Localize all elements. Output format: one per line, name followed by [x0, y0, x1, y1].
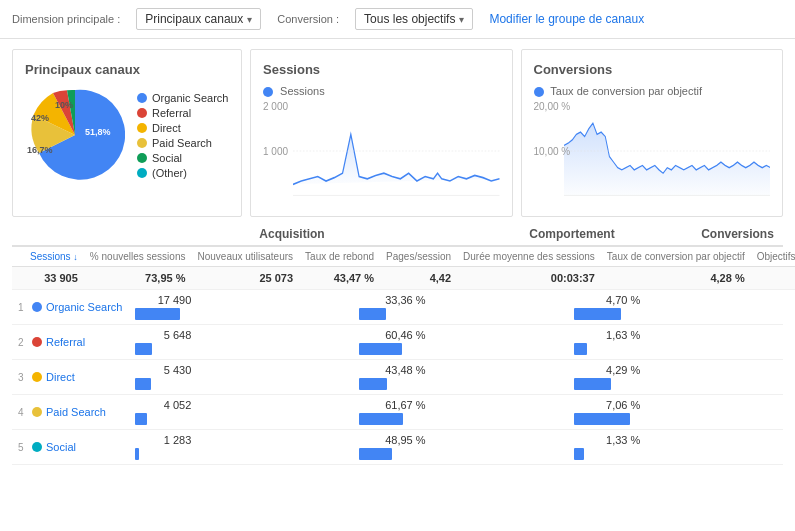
- sessions-bar: [135, 378, 151, 390]
- total-label: [12, 267, 24, 290]
- sessions-cell: 5 648: [129, 329, 197, 355]
- legend-item: Referral: [137, 107, 228, 119]
- sort-arrow-icon: ↓: [73, 252, 78, 262]
- channel-link[interactable]: Referral: [46, 336, 85, 348]
- modify-channel-group-link[interactable]: Modifier le groupe de canaux: [489, 12, 644, 26]
- top-bar: Dimension principale : Principaux canaux…: [0, 0, 795, 39]
- sessions-cell: 17 490: [129, 294, 197, 320]
- y-mid-label: 1 000: [263, 146, 288, 157]
- legend-dot-referral: [137, 108, 147, 118]
- th-rebond[interactable]: Taux de rebond: [299, 247, 380, 267]
- conversions-chart-title: Conversions: [534, 62, 771, 77]
- channel-color-dot: [32, 372, 42, 382]
- rebond-bar: [359, 378, 387, 390]
- chevron-down-icon: ▾: [247, 14, 252, 25]
- legend-item: Organic Search: [137, 92, 228, 104]
- th-sessions[interactable]: Sessions ↓: [24, 247, 84, 267]
- legend-dot-paid-search: [137, 138, 147, 148]
- th-channel[interactable]: [12, 247, 24, 267]
- conversions-chart-box: Conversions Taux de conversion par objec…: [521, 49, 784, 217]
- conversions-legend-dot: [534, 87, 544, 97]
- pie-chart-box: Principaux canaux 42% 10% 16,7%: [12, 49, 242, 217]
- sessions-cell: 1 283: [129, 434, 197, 460]
- conv-bar: [574, 308, 620, 320]
- channel-link[interactable]: Paid Search: [46, 406, 106, 418]
- rebond-bar: [359, 413, 403, 425]
- channel-name-cell: 5 Social: [12, 441, 129, 453]
- data-rows-container: 1 Organic Search 17 490 33,36 % 4,70 % 2…: [12, 290, 783, 465]
- conv-bar: [574, 413, 630, 425]
- conv-bar: [574, 343, 587, 355]
- chevron-down-icon: ▾: [459, 14, 464, 25]
- sessions-bar: [135, 448, 140, 460]
- rebond-cell: 48,95 %: [353, 434, 431, 460]
- legend-item: (Other): [137, 167, 228, 179]
- th-objectives[interactable]: Objectifs réalisés: [751, 247, 795, 267]
- channel-color-dot: [32, 407, 42, 417]
- channel-name-cell: 4 Paid Search: [12, 406, 129, 418]
- channel-name-cell: 1 Organic Search: [12, 301, 129, 313]
- conversion-label: Conversion :: [277, 13, 339, 25]
- conversion-dropdown[interactable]: Tous les objectifs ▾: [355, 8, 473, 30]
- pie-chart: 42% 10% 16,7% 51,8%: [25, 85, 125, 185]
- channel-name-cell: 3 Direct: [12, 371, 129, 383]
- conv-rate-cell: 7,06 %: [568, 399, 646, 425]
- total-conv-rate: 4,28 %: [601, 267, 751, 290]
- sessions-cell: 4 052: [129, 399, 197, 425]
- total-pct-new: 73,95 %: [84, 267, 192, 290]
- conversions-chart-container: 20,00 % 10,00 %: [534, 101, 771, 204]
- sessions-svg: [293, 101, 500, 201]
- sessions-legend: Sessions: [263, 85, 500, 97]
- rebond-bar: [359, 308, 385, 320]
- sessions-chart-box: Sessions Sessions 2 000 1 000: [250, 49, 513, 217]
- channel-link[interactable]: Direct: [46, 371, 75, 383]
- conv-rate-cell: 4,29 %: [568, 364, 646, 390]
- conversions-legend: Taux de conversion par objectif: [534, 85, 771, 97]
- table-row: 4 Paid Search 4 052 61,67 % 7,06 %: [12, 395, 783, 430]
- channel-name-cell: 2 Referral: [12, 336, 129, 348]
- sessions-chart-container: 2 000 1 000: [263, 101, 500, 204]
- data-table: Sessions ↓ % nouvelles sessions Nouveaux…: [12, 247, 795, 290]
- conv-y-max-label: 20,00 %: [534, 101, 571, 112]
- data-table-section: Acquisition Comportement Conversions Ses…: [0, 227, 795, 477]
- conv-bar: [574, 448, 584, 460]
- pie-legend: Organic Search Referral Direct Paid Sear…: [137, 92, 228, 179]
- th-new-users[interactable]: Nouveaux utilisateurs: [191, 247, 299, 267]
- channel-link[interactable]: Organic Search: [46, 301, 122, 313]
- section-header-acquisition: Acquisition: [132, 227, 452, 241]
- th-pages[interactable]: Pages/session: [380, 247, 457, 267]
- channel-color-dot: [32, 337, 42, 347]
- legend-dot-other: [137, 168, 147, 178]
- total-objectives: 1 450: [751, 267, 795, 290]
- total-sessions: 33 905: [24, 267, 84, 290]
- sessions-legend-dot: [263, 87, 273, 97]
- dimension-dropdown[interactable]: Principaux canaux ▾: [136, 8, 261, 30]
- rebond-bar: [359, 343, 402, 355]
- conv-rate-cell: 1,63 %: [568, 329, 646, 355]
- rebond-cell: 61,67 %: [353, 399, 431, 425]
- th-pct-new[interactable]: % nouvelles sessions: [84, 247, 192, 267]
- table-total-row: 33 905 73,95 % 25 073 43,47 % 4,42 00:03…: [12, 267, 795, 290]
- legend-item: Social: [137, 152, 228, 164]
- conversions-svg: [564, 101, 771, 201]
- legend-item: Direct: [137, 122, 228, 134]
- pie-container: 42% 10% 16,7% 51,8% Organic Search Refer…: [25, 85, 229, 185]
- table-row: 3 Direct 5 430 43,48 % 4,29 %: [12, 360, 783, 395]
- total-duree: 00:03:37: [457, 267, 601, 290]
- conv-y-mid-label: 10,00 %: [534, 146, 571, 157]
- channel-color-dot: [32, 302, 42, 312]
- sessions-chart-title: Sessions: [263, 62, 500, 77]
- channel-link[interactable]: Social: [46, 441, 76, 453]
- legend-dot-direct: [137, 123, 147, 133]
- legend-dot-social: [137, 153, 147, 163]
- table-row: 2 Referral 5 648 60,46 % 1,63 %: [12, 325, 783, 360]
- th-conv-rate[interactable]: Taux de conversion par objectif: [601, 247, 751, 267]
- channel-color-dot: [32, 442, 42, 452]
- conv-rate-cell: 1,33 %: [568, 434, 646, 460]
- conv-bar: [574, 378, 610, 390]
- y-max-label: 2 000: [263, 101, 288, 112]
- table-header-row: Sessions ↓ % nouvelles sessions Nouveaux…: [12, 247, 795, 267]
- sessions-cell: 5 430: [129, 364, 197, 390]
- th-duree[interactable]: Durée moyenne des sessions: [457, 247, 601, 267]
- pie-chart-title: Principaux canaux: [25, 62, 229, 77]
